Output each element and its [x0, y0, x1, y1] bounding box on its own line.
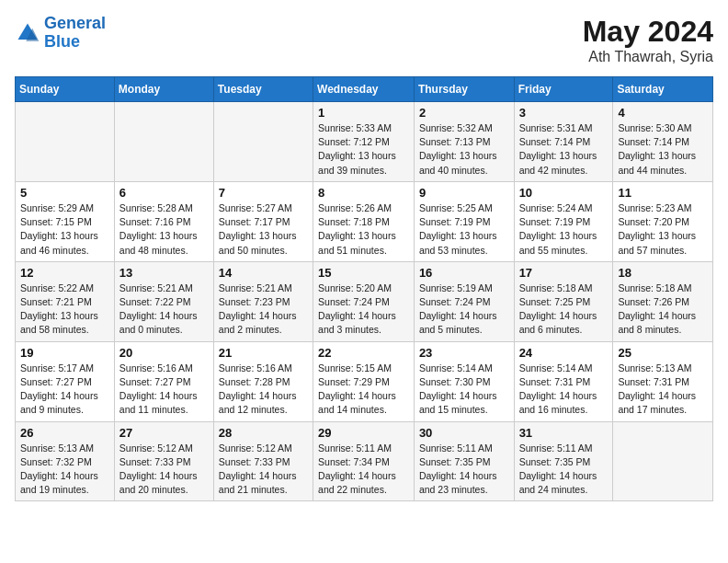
day-number: 17	[519, 266, 609, 280]
day-number: 20	[119, 346, 209, 360]
day-number: 27	[119, 426, 209, 440]
calendar-cell: 13Sunrise: 5:21 AMSunset: 7:22 PMDayligh…	[114, 261, 213, 341]
calendar-cell: 14Sunrise: 5:21 AMSunset: 7:23 PMDayligh…	[213, 261, 313, 341]
logo-text: General Blue	[44, 15, 106, 52]
calendar-cell: 31Sunrise: 5:11 AMSunset: 7:35 PMDayligh…	[514, 421, 613, 501]
day-info: Sunrise: 5:27 AMSunset: 7:17 PMDaylight:…	[219, 201, 308, 258]
day-number: 16	[419, 266, 509, 280]
day-number: 21	[219, 346, 308, 360]
calendar-table: SundayMondayTuesdayWednesdayThursdayFrid…	[15, 76, 713, 501]
day-number: 10	[519, 186, 609, 200]
calendar-week-row: 19Sunrise: 5:17 AMSunset: 7:27 PMDayligh…	[16, 341, 713, 421]
day-info: Sunrise: 5:11 AMSunset: 7:34 PMDaylight:…	[318, 442, 409, 498]
calendar-cell: 11Sunrise: 5:23 AMSunset: 7:20 PMDayligh…	[613, 181, 713, 261]
day-number: 12	[20, 266, 109, 280]
day-info: Sunrise: 5:17 AMSunset: 7:27 PMDaylight:…	[20, 362, 109, 418]
day-info: Sunrise: 5:21 AMSunset: 7:22 PMDaylight:…	[119, 282, 209, 338]
calendar-cell: 18Sunrise: 5:18 AMSunset: 7:26 PMDayligh…	[613, 261, 713, 341]
day-number: 22	[318, 346, 409, 360]
calendar-cell: 22Sunrise: 5:15 AMSunset: 7:29 PMDayligh…	[313, 341, 415, 421]
day-info: Sunrise: 5:30 AMSunset: 7:14 PMDaylight:…	[618, 121, 708, 178]
day-number: 1	[318, 106, 409, 120]
calendar-cell: 29Sunrise: 5:11 AMSunset: 7:34 PMDayligh…	[313, 421, 415, 501]
calendar-cell: 3Sunrise: 5:31 AMSunset: 7:14 PMDaylight…	[514, 102, 613, 182]
logo: General Blue	[15, 15, 106, 52]
calendar-cell: 20Sunrise: 5:16 AMSunset: 7:27 PMDayligh…	[114, 341, 213, 421]
day-info: Sunrise: 5:14 AMSunset: 7:30 PMDaylight:…	[419, 362, 509, 418]
day-info: Sunrise: 5:22 AMSunset: 7:21 PMDaylight:…	[20, 282, 109, 338]
day-number: 31	[519, 426, 609, 440]
day-number: 9	[419, 186, 509, 200]
calendar-cell: 5Sunrise: 5:29 AMSunset: 7:15 PMDaylight…	[16, 181, 115, 261]
day-number: 30	[419, 426, 509, 440]
day-info: Sunrise: 5:18 AMSunset: 7:25 PMDaylight:…	[519, 282, 609, 338]
location: Ath Thawrah, Syria	[583, 49, 713, 65]
day-number: 7	[219, 186, 308, 200]
day-info: Sunrise: 5:14 AMSunset: 7:31 PMDaylight:…	[519, 362, 609, 418]
weekday-header: Tuesday	[213, 77, 313, 102]
day-number: 29	[318, 426, 409, 440]
calendar-cell	[213, 102, 313, 182]
day-number: 5	[20, 186, 109, 200]
day-number: 24	[519, 346, 609, 360]
calendar-cell: 24Sunrise: 5:14 AMSunset: 7:31 PMDayligh…	[514, 341, 613, 421]
day-info: Sunrise: 5:11 AMSunset: 7:35 PMDaylight:…	[519, 442, 609, 498]
calendar-cell: 19Sunrise: 5:17 AMSunset: 7:27 PMDayligh…	[16, 341, 115, 421]
day-info: Sunrise: 5:19 AMSunset: 7:24 PMDaylight:…	[419, 282, 509, 338]
day-info: Sunrise: 5:13 AMSunset: 7:32 PMDaylight:…	[20, 442, 109, 498]
day-info: Sunrise: 5:13 AMSunset: 7:31 PMDaylight:…	[618, 362, 708, 418]
calendar-cell: 28Sunrise: 5:12 AMSunset: 7:33 PMDayligh…	[213, 421, 313, 501]
calendar-cell: 7Sunrise: 5:27 AMSunset: 7:17 PMDaylight…	[213, 181, 313, 261]
calendar-cell: 26Sunrise: 5:13 AMSunset: 7:32 PMDayligh…	[16, 421, 115, 501]
day-number: 14	[219, 266, 308, 280]
day-info: Sunrise: 5:24 AMSunset: 7:19 PMDaylight:…	[519, 201, 609, 258]
day-info: Sunrise: 5:28 AMSunset: 7:16 PMDaylight:…	[119, 201, 209, 258]
calendar-cell: 12Sunrise: 5:22 AMSunset: 7:21 PMDayligh…	[16, 261, 115, 341]
calendar-cell: 23Sunrise: 5:14 AMSunset: 7:30 PMDayligh…	[414, 341, 514, 421]
calendar-week-row: 12Sunrise: 5:22 AMSunset: 7:21 PMDayligh…	[16, 261, 713, 341]
calendar-cell	[613, 421, 713, 501]
calendar-cell: 10Sunrise: 5:24 AMSunset: 7:19 PMDayligh…	[514, 181, 613, 261]
day-info: Sunrise: 5:32 AMSunset: 7:13 PMDaylight:…	[419, 121, 509, 178]
day-number: 11	[618, 186, 708, 200]
logo-line1: General	[44, 14, 106, 32]
weekday-header: Monday	[114, 77, 213, 102]
day-number: 28	[219, 426, 308, 440]
day-number: 2	[419, 106, 509, 120]
day-info: Sunrise: 5:12 AMSunset: 7:33 PMDaylight:…	[119, 442, 209, 498]
day-info: Sunrise: 5:20 AMSunset: 7:24 PMDaylight:…	[318, 282, 409, 338]
day-number: 8	[318, 186, 409, 200]
logo-line2: Blue	[44, 32, 80, 51]
day-info: Sunrise: 5:29 AMSunset: 7:15 PMDaylight:…	[20, 201, 109, 258]
day-info: Sunrise: 5:21 AMSunset: 7:23 PMDaylight:…	[219, 282, 308, 338]
day-info: Sunrise: 5:23 AMSunset: 7:20 PMDaylight:…	[618, 201, 708, 258]
day-number: 19	[20, 346, 109, 360]
weekday-header-row: SundayMondayTuesdayWednesdayThursdayFrid…	[16, 77, 713, 102]
calendar-cell: 6Sunrise: 5:28 AMSunset: 7:16 PMDaylight…	[114, 181, 213, 261]
day-info: Sunrise: 5:11 AMSunset: 7:35 PMDaylight:…	[419, 442, 509, 498]
calendar-cell: 8Sunrise: 5:26 AMSunset: 7:18 PMDaylight…	[313, 181, 415, 261]
day-info: Sunrise: 5:33 AMSunset: 7:12 PMDaylight:…	[318, 121, 409, 178]
day-number: 4	[618, 106, 708, 120]
page-header: General Blue May 2024 Ath Thawrah, Syria	[15, 15, 713, 65]
day-info: Sunrise: 5:25 AMSunset: 7:19 PMDaylight:…	[419, 201, 509, 258]
day-number: 13	[119, 266, 209, 280]
day-number: 23	[419, 346, 509, 360]
day-number: 3	[519, 106, 609, 120]
day-info: Sunrise: 5:16 AMSunset: 7:27 PMDaylight:…	[119, 362, 209, 418]
title-block: May 2024 Ath Thawrah, Syria	[583, 15, 713, 65]
weekday-header: Wednesday	[313, 77, 415, 102]
calendar-week-row: 5Sunrise: 5:29 AMSunset: 7:15 PMDaylight…	[16, 181, 713, 261]
calendar-cell: 16Sunrise: 5:19 AMSunset: 7:24 PMDayligh…	[414, 261, 514, 341]
weekday-header: Friday	[514, 77, 613, 102]
calendar-cell: 1Sunrise: 5:33 AMSunset: 7:12 PMDaylight…	[313, 102, 415, 182]
weekday-header: Sunday	[16, 77, 115, 102]
day-info: Sunrise: 5:15 AMSunset: 7:29 PMDaylight:…	[318, 362, 409, 418]
calendar-cell: 9Sunrise: 5:25 AMSunset: 7:19 PMDaylight…	[414, 181, 514, 261]
logo-icon	[15, 20, 40, 46]
day-number: 6	[119, 186, 209, 200]
calendar-cell: 21Sunrise: 5:16 AMSunset: 7:28 PMDayligh…	[213, 341, 313, 421]
calendar-cell: 30Sunrise: 5:11 AMSunset: 7:35 PMDayligh…	[414, 421, 514, 501]
month-year: May 2024	[583, 15, 713, 49]
calendar-week-row: 26Sunrise: 5:13 AMSunset: 7:32 PMDayligh…	[16, 421, 713, 501]
